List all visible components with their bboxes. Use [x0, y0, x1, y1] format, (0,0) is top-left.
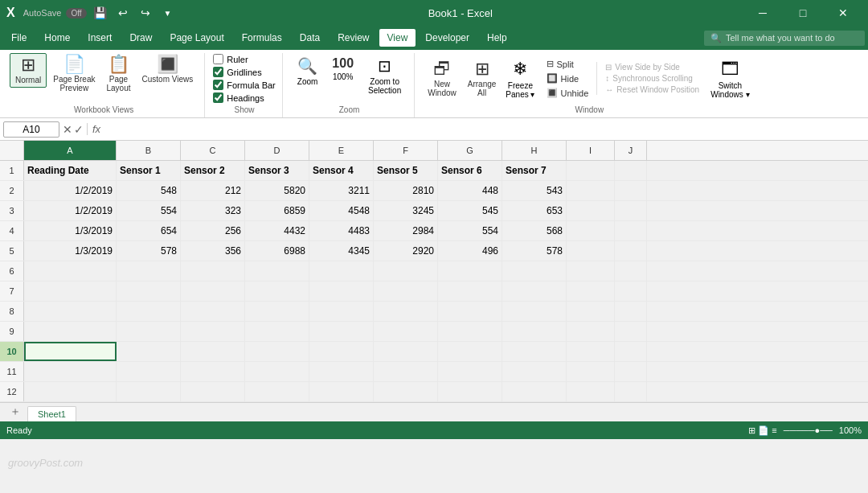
cell-i11[interactable]: [567, 362, 615, 381]
cell-f2[interactable]: 2810: [374, 181, 438, 200]
split-button[interactable]: ⊟ Split: [543, 57, 592, 71]
view-side-by-side-button[interactable]: ⊟ View Side by Side: [602, 62, 702, 72]
cell-c2[interactable]: 212: [181, 181, 245, 200]
cell-a2[interactable]: 1/2/2019: [24, 181, 117, 200]
formula-bar-checkbox[interactable]: Formula Bar: [213, 79, 276, 91]
cell-h9[interactable]: [502, 322, 567, 341]
cell-a1[interactable]: Reading Date: [24, 161, 117, 180]
cell-d3[interactable]: 6859: [245, 201, 309, 220]
page-layout-view-icon[interactable]: 📄: [758, 425, 769, 435]
menu-file[interactable]: File: [3, 29, 35, 47]
cell-g11[interactable]: [438, 362, 502, 381]
col-header-c[interactable]: C: [181, 141, 245, 160]
row-num-8[interactable]: 8: [0, 302, 24, 321]
normal-view-icon[interactable]: ⊞: [748, 425, 755, 435]
cell-a9[interactable]: [24, 322, 117, 341]
cell-d2[interactable]: 5820: [245, 181, 309, 200]
cell-d8[interactable]: [245, 302, 309, 321]
cell-d12[interactable]: [245, 382, 309, 401]
cell-h1[interactable]: Sensor 7: [502, 161, 567, 180]
freeze-panes-button[interactable]: ❄ FreezePanes ▾: [502, 55, 538, 102]
menu-view[interactable]: View: [379, 29, 416, 47]
confirm-formula-icon[interactable]: ✓: [74, 123, 84, 136]
zoom-slider[interactable]: ─────●──: [784, 425, 833, 435]
zoom-button[interactable]: 🔍 Zoom: [291, 53, 325, 89]
cell-i10[interactable]: [567, 342, 615, 361]
menu-developer[interactable]: Developer: [417, 29, 477, 47]
cell-h6[interactable]: [502, 261, 567, 281]
cell-j4[interactable]: [615, 221, 647, 240]
cell-g1[interactable]: Sensor 6: [438, 161, 502, 180]
close-button[interactable]: ✕: [825, 0, 862, 26]
cell-h7[interactable]: [502, 281, 567, 301]
cell-j10[interactable]: [615, 342, 647, 361]
menu-help[interactable]: Help: [479, 29, 515, 47]
cell-f6[interactable]: [374, 261, 438, 281]
cell-c5[interactable]: 356: [181, 241, 245, 261]
cell-i2[interactable]: [567, 181, 615, 200]
cell-c9[interactable]: [181, 322, 245, 341]
tell-me-search[interactable]: 🔍 Tell me what you want to do: [704, 31, 865, 46]
cell-h11[interactable]: [502, 362, 567, 381]
cell-a7[interactable]: [24, 281, 117, 301]
cell-h8[interactable]: [502, 302, 567, 321]
cell-c3[interactable]: 323: [181, 201, 245, 220]
cell-d5[interactable]: 6988: [245, 241, 309, 261]
menu-review[interactable]: Review: [330, 29, 377, 47]
cell-e10[interactable]: [309, 342, 374, 361]
cell-j2[interactable]: [615, 181, 647, 200]
row-num-2[interactable]: 2: [0, 181, 24, 200]
cell-a8[interactable]: [24, 302, 117, 321]
col-header-f[interactable]: F: [374, 141, 438, 160]
ruler-check-input[interactable]: [213, 54, 223, 64]
col-header-i[interactable]: I: [567, 141, 615, 160]
col-header-e[interactable]: E: [309, 141, 374, 160]
normal-view-button[interactable]: ⊞ Normal: [10, 53, 47, 88]
cell-h4[interactable]: 568: [502, 221, 567, 240]
cell-reference-box[interactable]: [3, 121, 59, 138]
cell-b2[interactable]: 548: [117, 181, 181, 200]
row-num-5[interactable]: 5: [0, 241, 24, 261]
cell-a3[interactable]: 1/2/2019: [24, 201, 117, 220]
arrange-all-button[interactable]: ⊞ ArrangeAll: [463, 58, 502, 100]
cell-f4[interactable]: 2984: [374, 221, 438, 240]
cell-i4[interactable]: [567, 221, 615, 240]
cell-f9[interactable]: [374, 322, 438, 341]
cell-b6[interactable]: [117, 261, 181, 281]
cell-j5[interactable]: [615, 241, 647, 261]
col-header-b[interactable]: B: [117, 141, 181, 160]
cell-f12[interactable]: [374, 382, 438, 401]
cell-f3[interactable]: 3245: [374, 201, 438, 220]
cell-d10[interactable]: [245, 342, 309, 361]
cell-d1[interactable]: Sensor 3: [245, 161, 309, 180]
reset-window-position-button[interactable]: ↔ Reset Window Position: [602, 84, 702, 95]
switch-windows-button[interactable]: 🗔 SwitchWindows ▾: [704, 55, 755, 102]
autosave-toggle[interactable]: Off: [66, 8, 86, 18]
maximize-button[interactable]: □: [784, 0, 821, 26]
cell-b5[interactable]: 578: [117, 241, 181, 261]
cell-b9[interactable]: [117, 322, 181, 341]
synchronous-scrolling-button[interactable]: ↕ Synchronous Scrolling: [602, 73, 702, 84]
formula-bar-check-input[interactable]: [213, 80, 223, 90]
cell-e4[interactable]: 4483: [309, 221, 374, 240]
cell-a10[interactable]: [24, 342, 117, 361]
cell-i9[interactable]: [567, 322, 615, 341]
cell-h12[interactable]: [502, 382, 567, 401]
cell-h10[interactable]: [502, 342, 567, 361]
cell-e3[interactable]: 4548: [309, 201, 374, 220]
cell-d7[interactable]: [245, 281, 309, 301]
cell-g3[interactable]: 545: [438, 201, 502, 220]
formula-input[interactable]: [108, 124, 865, 135]
row-num-3[interactable]: 3: [0, 201, 24, 220]
cell-i8[interactable]: [567, 302, 615, 321]
row-num-1[interactable]: 1: [0, 161, 24, 180]
cell-c8[interactable]: [181, 302, 245, 321]
page-layout-button[interactable]: 📋 PageLayout: [102, 53, 136, 95]
cell-c6[interactable]: [181, 261, 245, 281]
cell-j8[interactable]: [615, 302, 647, 321]
cell-c7[interactable]: [181, 281, 245, 301]
cell-b3[interactable]: 554: [117, 201, 181, 220]
cell-c12[interactable]: [181, 382, 245, 401]
page-break-view-icon[interactable]: ≡: [772, 425, 776, 435]
sheet-tab-sheet1[interactable]: Sheet1: [27, 406, 76, 421]
